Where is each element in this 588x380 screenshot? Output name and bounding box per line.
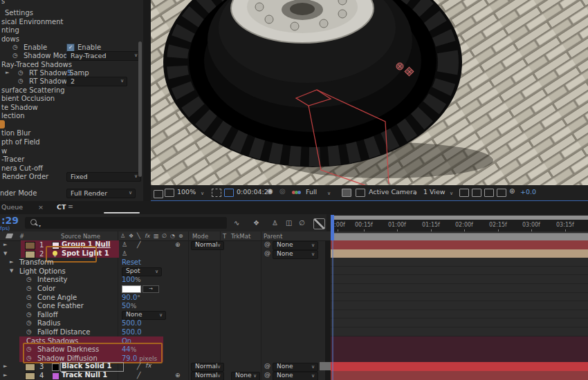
stopwatch-icon[interactable]: ◷ <box>18 77 24 84</box>
stopwatch-icon[interactable]: ◷ <box>26 285 32 292</box>
column-source-name[interactable]: Source Name <box>61 233 100 240</box>
property-value[interactable]: 500.0 <box>122 328 142 336</box>
expand-icon[interactable]: ► <box>3 363 7 369</box>
reset-link[interactable]: Reset <box>122 258 141 266</box>
search-input[interactable]: ▾ <box>25 217 227 229</box>
stopwatch-icon[interactable]: ◷ <box>26 319 32 326</box>
3d-layer-icon[interactable]: ⊕ <box>175 372 181 379</box>
work-area-bar[interactable] <box>333 233 588 240</box>
region-of-interest-icon[interactable] <box>224 189 234 197</box>
layer-name[interactable]: Black Solid 1 <box>62 362 111 370</box>
property-value[interactable]: 100% <box>122 276 141 283</box>
motion-blur-icon[interactable]: ∅ <box>299 219 305 227</box>
tab-composition[interactable]: CT <box>57 203 66 211</box>
adjust-exposure-icon[interactable]: ⊛ <box>509 187 515 195</box>
collapse-icon[interactable]: ▼ <box>3 251 7 256</box>
column-t[interactable]: T <box>223 233 226 240</box>
property-group-row[interactable]: ► Transform Reset <box>0 258 331 267</box>
channel-blue-icon[interactable] <box>297 191 301 194</box>
layer-bar-track-null[interactable] <box>331 371 588 380</box>
graph-editor-icon[interactable] <box>313 218 325 229</box>
tab-render-queue[interactable]: Queue <box>1 203 23 211</box>
comp-mini-flowchart-icon[interactable]: ∿ <box>234 219 239 227</box>
grid-guides-icon[interactable] <box>212 189 221 197</box>
property-value[interactable]: 500.0 <box>122 319 142 327</box>
property-label[interactable]: Color <box>37 285 55 292</box>
setting-value[interactable]: 5 <box>67 69 71 77</box>
property-group-label[interactable]: Light Options <box>19 267 66 275</box>
draft-3d-icon[interactable]: ❖ <box>253 219 259 227</box>
property-row[interactable]: ◷ Falloff Distance 500.0 <box>0 327 331 336</box>
panel-divider[interactable] <box>143 0 151 201</box>
pickwhip-icon[interactable]: @ <box>264 371 270 378</box>
playhead-marker[interactable] <box>331 215 334 240</box>
share-view-icon[interactable] <box>459 189 469 197</box>
layer-bar-black-solid[interactable] <box>331 362 588 371</box>
transparency-grid-icon[interactable] <box>356 189 365 197</box>
panel-drag-handle[interactable] <box>104 212 140 213</box>
motionblur-column-icon[interactable]: ∅ <box>162 233 167 239</box>
stopwatch-icon[interactable]: ◷ <box>26 294 32 301</box>
pixel-aspect-icon[interactable] <box>472 189 481 197</box>
camera-select[interactable]: Active Camera <box>369 188 417 196</box>
timeline-graph-area[interactable] <box>331 240 588 380</box>
target-region-icon[interactable] <box>342 189 351 197</box>
pickwhip-icon[interactable]: @ <box>264 249 270 256</box>
parent-dropdown[interactable]: None∨ <box>273 372 318 380</box>
hide-shy-layers-icon[interactable]: ♙ <box>272 219 278 227</box>
color-swatch[interactable] <box>122 285 141 293</box>
value-number[interactable]: 50 <box>122 302 131 310</box>
settings-scrollbar[interactable] <box>138 41 142 177</box>
chevron-down-icon[interactable]: ∨ <box>450 191 585 196</box>
property-label[interactable]: Radius <box>37 319 61 327</box>
3d-layer-icon[interactable]: ⊕ <box>175 241 181 248</box>
view-layout-select[interactable]: 1 View <box>423 188 445 196</box>
layer-row[interactable]: ► 3 Black Solid 1 ╱ fx Normal∨ @ None∨ <box>0 362 331 371</box>
quality-column-icon[interactable]: ╲ <box>137 233 140 239</box>
property-label[interactable]: Falloff Distance <box>37 328 90 336</box>
fx-column-icon[interactable]: fx <box>145 233 150 239</box>
property-label[interactable]: Cone Angle <box>37 294 77 301</box>
timeline-nav-icon[interactable] <box>497 189 506 197</box>
frame-blending-icon[interactable]: ◫ <box>286 219 292 227</box>
shadow-mode-dropdown[interactable]: Ray-Traced∨ <box>66 51 141 61</box>
multi-view-icon[interactable] <box>154 190 163 198</box>
value-number[interactable]: 90.0 <box>122 294 137 301</box>
column-number[interactable]: # <box>19 233 24 240</box>
collapse-column-icon[interactable]: ❖ <box>129 233 134 239</box>
eyedropper-icon[interactable]: → <box>143 285 159 293</box>
property-label[interactable]: Intensity <box>37 276 68 283</box>
monitor-icon[interactable] <box>165 189 174 197</box>
work-area-bar-top[interactable] <box>333 216 588 220</box>
expand-icon[interactable]: ► <box>3 242 7 247</box>
stopwatch-icon[interactable]: ◷ <box>26 302 32 309</box>
stopwatch-icon[interactable]: ◷ <box>26 276 32 283</box>
property-row[interactable]: ◷ Radius 500.0 <box>0 319 331 327</box>
property-group-label[interactable]: Transform <box>19 258 54 266</box>
property-value[interactable]: 90.0° <box>122 294 140 301</box>
panel-menu-icon[interactable]: ≡ <box>68 202 73 210</box>
stopwatch-icon[interactable]: ◷ <box>26 328 32 335</box>
stopwatch-icon[interactable]: ◷ <box>12 52 18 59</box>
3d-column-icon[interactable]: ⊕ <box>178 233 183 239</box>
shy-icon[interactable]: ♙ <box>122 241 127 248</box>
label-color-chip[interactable] <box>25 372 35 380</box>
column-trkmat[interactable]: TrkMat <box>231 233 250 240</box>
trkmat-dropdown[interactable]: None∨ <box>231 372 260 380</box>
magnification-value[interactable]: 100% <box>177 188 196 196</box>
composition-viewport[interactable] <box>151 0 588 185</box>
layer-row[interactable]: ► 4 Track Null 1 ╱ ⊕ Normal∨ None∨ @ Non… <box>0 371 331 380</box>
column-mode[interactable]: Mode <box>192 233 208 240</box>
expand-icon[interactable]: ► <box>3 372 7 378</box>
expand-icon[interactable]: ► <box>10 259 13 265</box>
layer-name[interactable]: Track Null 1 <box>62 371 107 379</box>
layer-bar-spot-light[interactable] <box>331 249 588 258</box>
expand-icon[interactable]: ► <box>6 70 9 75</box>
label-column-icon[interactable] <box>6 234 14 238</box>
property-row[interactable]: ◷ Intensity 100% <box>0 275 331 284</box>
fx-icon[interactable]: fx <box>145 362 151 369</box>
quality-icon[interactable]: ╱ <box>137 241 140 248</box>
label-color-chip[interactable] <box>25 363 35 371</box>
pickwhip-icon[interactable]: @ <box>264 240 270 247</box>
property-value[interactable]: 50% <box>122 302 136 310</box>
